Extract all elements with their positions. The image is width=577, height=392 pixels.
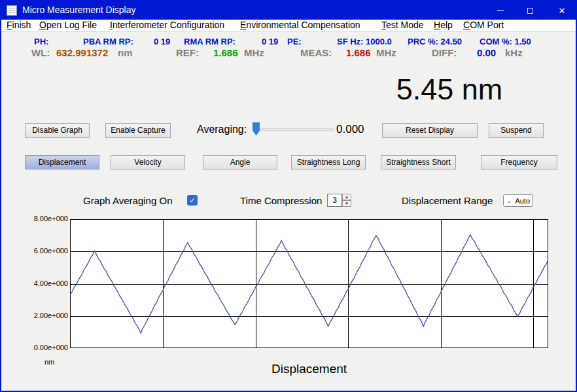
status-field: PH: bbox=[34, 37, 48, 46]
graph-averaging-label: Graph Averaging On bbox=[83, 195, 172, 206]
averaging-slider-thumb[interactable] bbox=[253, 122, 260, 135]
menu-item-open-log-file[interactable]: Open Log File bbox=[39, 20, 97, 30]
status-field: PRC %: 24.50 bbox=[408, 37, 462, 46]
status-field: 1.686 bbox=[346, 47, 371, 58]
status-field: REF: bbox=[176, 47, 199, 58]
maximize-button[interactable] bbox=[518, 1, 542, 20]
tab-angle[interactable]: Angle bbox=[203, 155, 277, 169]
status-field: 0 19 bbox=[154, 37, 170, 46]
status-field: 0 19 bbox=[262, 37, 278, 46]
tab-velocity[interactable]: Velocity bbox=[111, 155, 185, 169]
chevron-down-icon: ⌄ bbox=[506, 198, 512, 204]
menu-item-help[interactable]: Help bbox=[434, 20, 453, 30]
menu-item-com-port[interactable]: COM Port bbox=[463, 20, 504, 30]
status-field: COM %: 1.50 bbox=[480, 37, 531, 46]
menu-item-test-mode[interactable]: Test Mode bbox=[381, 20, 424, 30]
menu-item-environmental-compensation[interactable]: Environmental Compensation bbox=[240, 20, 360, 30]
y-tick-label: 4.00e+000 bbox=[26, 279, 68, 287]
tab-frequency[interactable]: Frequency bbox=[481, 155, 557, 169]
displacement-range-value: Auto bbox=[515, 197, 530, 205]
menu-bar: FinishOpen Log FileInterferometer Config… bbox=[1, 20, 576, 32]
y-tick-label: 6.00e+000 bbox=[26, 247, 68, 255]
menu-item-interferometer-configuration[interactable]: Interferometer Configuration bbox=[110, 20, 224, 30]
status-field: WL: bbox=[31, 47, 50, 58]
displacement-chart bbox=[70, 219, 548, 348]
window-title: Micro Measurement Display bbox=[22, 5, 136, 15]
app-icon bbox=[7, 5, 17, 16]
time-compression-label: Time Compression bbox=[240, 195, 322, 206]
status-row-2: WL:632.991372nmREF:1.686MHzMEAS:1.686MHz… bbox=[1, 47, 576, 59]
status-field: 632.991372 bbox=[56, 47, 108, 58]
status-field: PE: bbox=[287, 37, 302, 46]
enable-capture-button[interactable]: Enable Capture bbox=[105, 123, 171, 138]
graph-averaging-checkbox[interactable]: ✓ bbox=[187, 195, 198, 205]
displacement-range-dropdown[interactable]: ⌄ Auto bbox=[503, 194, 533, 207]
displacement-range-label: Displacement Range bbox=[402, 195, 493, 206]
time-compression-up-icon[interactable]: ▲ bbox=[342, 194, 351, 200]
suspend-button[interactable]: Suspend bbox=[489, 123, 544, 138]
measurement-readout: 5.45 nm bbox=[358, 73, 541, 107]
averaging-slider-track[interactable] bbox=[253, 128, 334, 131]
tab-displacement[interactable]: Displacement bbox=[25, 155, 99, 169]
status-field: SF Hz: 1000.0 bbox=[337, 37, 392, 46]
status-field: MEAS: bbox=[300, 47, 332, 58]
status-field: MHz bbox=[376, 47, 396, 58]
status-field: DIFF: bbox=[432, 47, 457, 58]
status-field: 0.00 bbox=[477, 47, 496, 58]
minimize-icon bbox=[497, 10, 504, 11]
y-tick-label: 8.00e+000 bbox=[26, 215, 68, 223]
disable-graph-button[interactable]: Disable Graph bbox=[25, 123, 90, 138]
close-icon: ✕ bbox=[559, 7, 566, 15]
tab-straightness-short[interactable]: Straightness Short bbox=[381, 155, 456, 169]
y-axis-unit-label: nm bbox=[44, 358, 54, 366]
maximize-icon bbox=[527, 8, 533, 14]
y-tick-label: 2.00e+000 bbox=[26, 312, 68, 319]
title-bar: Micro Measurement Display ✕ bbox=[1, 1, 576, 20]
minimize-button[interactable] bbox=[489, 1, 512, 20]
status-field: MHz bbox=[244, 47, 264, 58]
status-field: nm bbox=[118, 47, 133, 58]
app-window: Micro Measurement Display ✕ FinishOpen L… bbox=[0, 0, 577, 392]
status-field: kHz bbox=[505, 47, 523, 58]
status-row-1: PH:PBA RM RP:0 19RMA RM RP:0 19PE:SF Hz:… bbox=[1, 37, 576, 47]
averaging-value: 0.000 bbox=[336, 123, 364, 136]
chart-title: Displacement bbox=[70, 362, 548, 376]
menu-item-finish[interactable]: Finish bbox=[7, 20, 31, 30]
status-field: PBA RM RP: bbox=[83, 37, 133, 46]
y-tick-label: 0.00e+000 bbox=[26, 344, 68, 351]
reset-display-button[interactable]: Reset Display bbox=[382, 123, 478, 138]
averaging-label: Averaging: bbox=[197, 124, 247, 135]
status-field: 1.686 bbox=[213, 47, 238, 58]
time-compression-down-icon[interactable]: ▼ bbox=[342, 200, 351, 207]
status-field: RMA RM RP: bbox=[184, 37, 236, 46]
tab-straightness-long[interactable]: Straightness Long bbox=[291, 155, 366, 169]
close-button[interactable]: ✕ bbox=[548, 1, 576, 20]
time-compression-input[interactable]: 3 bbox=[327, 194, 342, 207]
